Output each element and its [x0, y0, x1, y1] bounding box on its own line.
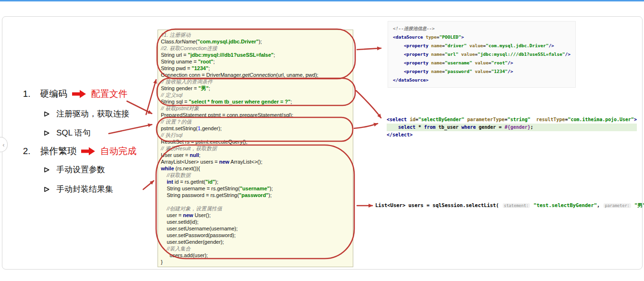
code-line: // 遍历Result，获取数据 — [161, 145, 350, 152]
code-line: user.setId(id); — [161, 219, 350, 225]
code-token: name — [431, 43, 442, 48]
code-token: </dataSource> — [393, 77, 428, 83]
code-token: User user = — [161, 152, 190, 158]
code-line: Connection conn = DriverManager.getConne… — [161, 72, 350, 78]
code-token: parameterType — [467, 117, 505, 122]
outline-item-hardcode: 1. 硬编码 配置文件 — [23, 88, 127, 100]
code-line: //获取数据 — [161, 172, 350, 178]
code-line: String url = "jdbc:mysql:///db1?useSSL=f… — [161, 52, 350, 58]
code-token: while — [161, 166, 174, 171]
code-line: String sql = "select * from tb_user wher… — [161, 98, 350, 105]
outline-title: 操作繁琐 — [40, 145, 76, 157]
code-token: ; — [274, 52, 275, 58]
chevron-left-icon: ‹ — [2, 141, 4, 148]
code-token: /> — [507, 69, 513, 74]
code-token — [393, 52, 404, 57]
outline-number: 2. — [23, 146, 35, 156]
code-token: ); — [259, 39, 262, 44]
code-line: // 执行sql — [161, 132, 350, 138]
code-line: String username = rs.getString("username… — [161, 185, 350, 192]
outline-tag: 配置文件 — [91, 88, 127, 100]
code-line: String gender = "男"; — [161, 85, 350, 92]
outline-tag: 自动完成 — [100, 145, 137, 157]
code-token: value — [469, 43, 483, 48]
code-line: User user = null; — [161, 152, 350, 158]
code-token: forName — [176, 39, 196, 44]
code-line: ResultSet rs = pstmt.executeQuery(); — [161, 138, 350, 145]
code-token: "1234" — [491, 69, 507, 74]
code-token: <select — [387, 117, 407, 122]
code-token: "select * from tb_user where gender = ?" — [189, 99, 290, 104]
code-token: "password" — [445, 69, 472, 74]
arrowhead-bullet-icon — [44, 130, 50, 136]
code-token: id = rs.getInt( — [173, 179, 206, 185]
code-token: "com.itheima.pojo.User" — [568, 117, 633, 122]
code-token: pstmt.setString( — [161, 125, 198, 131]
code-token: resultType — [536, 117, 565, 122]
code-token: #{gender} — [505, 125, 530, 130]
code-token: //创建对象，设置属性值 — [161, 206, 222, 211]
code-token: String gender = — [161, 85, 199, 91]
code-token: "driver" — [445, 43, 467, 48]
code-line: //装入集合 — [161, 245, 350, 252]
code-token: ); — [268, 192, 272, 198]
code-token — [393, 43, 404, 48]
code-line: // 接收输入的查询条件 — [161, 78, 350, 85]
code-token — [393, 69, 404, 74]
code-token: ; — [530, 125, 533, 130]
top-accent-line — [0, 0, 644, 1]
code-line: ArrayList<User> users = new ArrayList<>(… — [161, 158, 350, 165]
code-line: select * from tb_user where gender = #{g… — [387, 124, 637, 131]
code-token: statement: — [503, 203, 530, 208]
code-token: /> — [565, 52, 570, 57]
code-token: "root" — [491, 60, 507, 65]
code-token: value — [475, 60, 489, 65]
code-token: parameter: — [603, 203, 631, 208]
code-token: * — [415, 125, 424, 130]
code-line: <property name="url" value="jdbc:mysql:/… — [393, 50, 570, 59]
code-token: List<User> users = sqlSession.selectList… — [375, 202, 502, 208]
code-token: ArrayList<>(); — [229, 159, 262, 165]
code-token: "test.selectByGender" — [530, 202, 597, 208]
code-token: type — [426, 34, 437, 40]
code-token: String url = — [161, 52, 188, 58]
arrow-right-icon — [81, 147, 95, 156]
code-line: <!--连接池信息--> — [393, 24, 570, 33]
code-token: String password = rs.getString( — [161, 192, 239, 198]
code-line: int id = rs.getInt("id"); — [161, 178, 350, 185]
code-token: Connection conn = DriverManager. — [161, 72, 242, 78]
code-token: // 接收输入的查询条件 — [161, 79, 212, 84]
code-token: "username" — [240, 186, 269, 191]
code-token: ); — [215, 179, 218, 185]
code-line: <property name="username" value="root"/> — [393, 59, 570, 67]
code-token: getConnection — [242, 72, 276, 78]
outline-subitem-label: SQL 语句 — [56, 127, 91, 138]
code-token: "1234" — [192, 65, 209, 71]
code-line: user.setUsername(username); — [161, 225, 350, 232]
code-token: "username" — [445, 60, 472, 65]
code-token: "POOLED" — [439, 34, 461, 40]
code-token: from — [424, 125, 435, 130]
code-token: (url, uname, pwd); — [276, 72, 318, 78]
arrowhead-bullet-icon — [44, 187, 50, 192]
code-line: String pwd = "1234"; — [161, 65, 350, 72]
code-token: ; — [290, 99, 292, 104]
code-line — [161, 198, 350, 205]
code-line: //1. 注册驱动 — [161, 31, 350, 38]
code-token: ; — [213, 59, 215, 64]
outline-number: 1. — [23, 89, 35, 99]
arrowhead-bullet-icon — [44, 111, 50, 117]
code-token: ArrayList<User> users = — [161, 159, 219, 165]
code-token: <dataSource — [393, 34, 423, 40]
code-token: String username = rs.getString( — [161, 186, 240, 191]
xml-select-panel: <select id="selectByGender" parameterTyp… — [387, 116, 637, 139]
code-token: //获取数据 — [161, 172, 190, 178]
code-token: // 定义sql — [161, 92, 182, 98]
code-line: <dataSource type="POOLED"> — [393, 33, 570, 42]
code-token: <!--连接池信息--> — [393, 26, 435, 31]
code-line: Class.forName("com.mysql.jdbc.Driver"); — [161, 38, 350, 45]
code-token: user.setGender(gender); — [161, 239, 224, 245]
slide-canvas: ‹ 1. 硬编码 配置文件 注册驱动，获取连接 SQL 语句 2. 操作繁琐 自… — [0, 0, 644, 281]
outline-title: 硬编码 — [40, 88, 67, 100]
xml-datasource-panel: <!--连接池信息--><dataSource type="POOLED"> <… — [388, 21, 576, 88]
